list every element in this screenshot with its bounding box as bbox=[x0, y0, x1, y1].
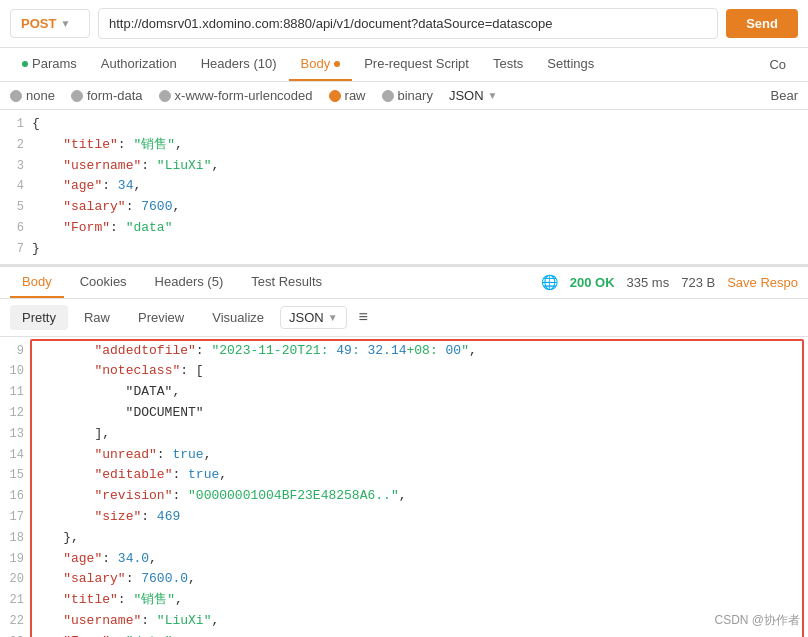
line-content: "age": 34.0, bbox=[32, 549, 808, 570]
method-chevron: ▼ bbox=[60, 18, 70, 29]
line-content: }, bbox=[32, 528, 808, 549]
urlencoded-label: x-www-form-urlencoded bbox=[175, 88, 313, 103]
response-line: 10 "noteclass": [ bbox=[0, 361, 808, 382]
request-line: 6 "Form": "data" bbox=[0, 218, 808, 239]
line-number: 23 bbox=[0, 632, 32, 637]
form-data-label: form-data bbox=[87, 88, 143, 103]
tab-params[interactable]: Params bbox=[10, 48, 89, 81]
bottom-test-results-label: Test Results bbox=[251, 274, 322, 289]
line-number: 9 bbox=[0, 341, 32, 361]
line-content: "Form": "data" bbox=[32, 218, 808, 239]
tab-authorization[interactable]: Authorization bbox=[89, 48, 189, 81]
tab-params-label: Params bbox=[32, 56, 77, 71]
bottom-tab-test-results[interactable]: Test Results bbox=[239, 267, 334, 298]
resp-tab-preview[interactable]: Preview bbox=[126, 305, 196, 330]
option-binary[interactable]: binary bbox=[382, 88, 433, 103]
response-line: 17 "size": 469 bbox=[0, 507, 808, 528]
preview-label: Preview bbox=[138, 310, 184, 325]
response-line: 23 "Form": "data" bbox=[0, 632, 808, 637]
line-number: 19 bbox=[0, 549, 32, 569]
tab-body[interactable]: Body bbox=[289, 48, 353, 81]
raw-resp-label: Raw bbox=[84, 310, 110, 325]
line-content: "username": "LiuXi", bbox=[32, 156, 808, 177]
save-response-button[interactable]: Save Respo bbox=[727, 275, 798, 290]
line-content: { bbox=[32, 114, 808, 135]
nav-right: Co bbox=[757, 49, 798, 80]
status-code: 200 OK bbox=[570, 275, 615, 290]
option-urlencoded[interactable]: x-www-form-urlencoded bbox=[159, 88, 313, 103]
response-line: 20 "salary": 7600.0, bbox=[0, 569, 808, 590]
request-code-editor[interactable]: 1{2 "title": "销售",3 "username": "LiuXi",… bbox=[0, 110, 808, 267]
line-content: "editable": true, bbox=[32, 465, 808, 486]
bear-label: Bear bbox=[771, 88, 798, 103]
line-number: 22 bbox=[0, 611, 32, 631]
line-number: 17 bbox=[0, 507, 32, 527]
option-form-data[interactable]: form-data bbox=[71, 88, 143, 103]
line-content: "revision": "00000001004BF23E48258A6..", bbox=[32, 486, 808, 507]
option-none[interactable]: none bbox=[10, 88, 55, 103]
resp-json-select[interactable]: JSON ▼ bbox=[280, 306, 347, 329]
globe-icon: 🌐 bbox=[541, 274, 558, 290]
line-number: 20 bbox=[0, 569, 32, 589]
url-bar: POST ▼ Send bbox=[0, 0, 808, 48]
line-number: 5 bbox=[0, 197, 32, 217]
line-content: "title": "销售", bbox=[32, 590, 808, 611]
form-data-radio bbox=[71, 90, 83, 102]
tab-authorization-label: Authorization bbox=[101, 56, 177, 71]
response-line: 19 "age": 34.0, bbox=[0, 549, 808, 570]
tab-tests[interactable]: Tests bbox=[481, 48, 535, 81]
line-content: ], bbox=[32, 424, 808, 445]
tab-headers-label: Headers (10) bbox=[201, 56, 277, 71]
resp-tab-raw[interactable]: Raw bbox=[72, 305, 122, 330]
send-button[interactable]: Send bbox=[726, 9, 798, 38]
line-content: "size": 469 bbox=[32, 507, 808, 528]
response-line: 21 "title": "销售", bbox=[0, 590, 808, 611]
tab-headers[interactable]: Headers (10) bbox=[189, 48, 289, 81]
raw-radio bbox=[329, 90, 341, 102]
line-content: "DATA", bbox=[32, 382, 808, 403]
tab-pre-request-label: Pre-request Script bbox=[364, 56, 469, 71]
bottom-tab-cookies[interactable]: Cookies bbox=[68, 267, 139, 298]
request-line: 4 "age": 34, bbox=[0, 176, 808, 197]
line-number: 11 bbox=[0, 382, 32, 402]
line-number: 10 bbox=[0, 361, 32, 381]
line-number: 1 bbox=[0, 114, 32, 134]
response-line: 14 "unread": true, bbox=[0, 445, 808, 466]
body-options: none form-data x-www-form-urlencoded raw… bbox=[0, 82, 808, 110]
filter-icon[interactable]: ≡ bbox=[359, 308, 368, 326]
status-size: 723 B bbox=[681, 275, 715, 290]
json-format-label: JSON bbox=[449, 88, 484, 103]
option-raw[interactable]: raw bbox=[329, 88, 366, 103]
resp-tab-pretty[interactable]: Pretty bbox=[10, 305, 68, 330]
response-line: 13 ], bbox=[0, 424, 808, 445]
binary-radio bbox=[382, 90, 394, 102]
response-line: 9 "addedtofile": "2023-11-20T21: 49: 32.… bbox=[0, 341, 808, 362]
bottom-tab-body[interactable]: Body bbox=[10, 267, 64, 298]
resp-tab-visualize[interactable]: Visualize bbox=[200, 305, 276, 330]
response-format-tabs: Pretty Raw Preview Visualize JSON ▼ ≡ bbox=[0, 299, 808, 337]
binary-label: binary bbox=[398, 88, 433, 103]
response-code-editor[interactable]: 9 "addedtofile": "2023-11-20T21: 49: 32.… bbox=[0, 341, 808, 637]
none-label: none bbox=[26, 88, 55, 103]
line-content: "addedtofile": "2023-11-20T21: 49: 32.14… bbox=[32, 341, 808, 362]
bottom-tab-headers[interactable]: Headers (5) bbox=[143, 267, 236, 298]
bottom-nav-tabs: Body Cookies Headers (5) Test Results 🌐 … bbox=[0, 267, 808, 299]
watermark: CSDN @协作者 bbox=[714, 612, 800, 629]
line-number: 2 bbox=[0, 135, 32, 155]
line-content: "username": "LiuXi", bbox=[32, 611, 808, 632]
line-number: 16 bbox=[0, 486, 32, 506]
line-number: 3 bbox=[0, 156, 32, 176]
tab-tests-label: Tests bbox=[493, 56, 523, 71]
none-radio bbox=[10, 90, 22, 102]
response-line: 12 "DOCUMENT" bbox=[0, 403, 808, 424]
tab-settings[interactable]: Settings bbox=[535, 48, 606, 81]
url-input[interactable] bbox=[98, 8, 718, 39]
line-number: 18 bbox=[0, 528, 32, 548]
method-select[interactable]: POST ▼ bbox=[10, 9, 90, 38]
params-dot bbox=[22, 61, 28, 67]
line-content: "title": "销售", bbox=[32, 135, 808, 156]
bottom-cookies-label: Cookies bbox=[80, 274, 127, 289]
response-line: 16 "revision": "00000001004BF23E48258A6.… bbox=[0, 486, 808, 507]
json-format-select[interactable]: JSON ▼ bbox=[449, 88, 498, 103]
tab-pre-request[interactable]: Pre-request Script bbox=[352, 48, 481, 81]
